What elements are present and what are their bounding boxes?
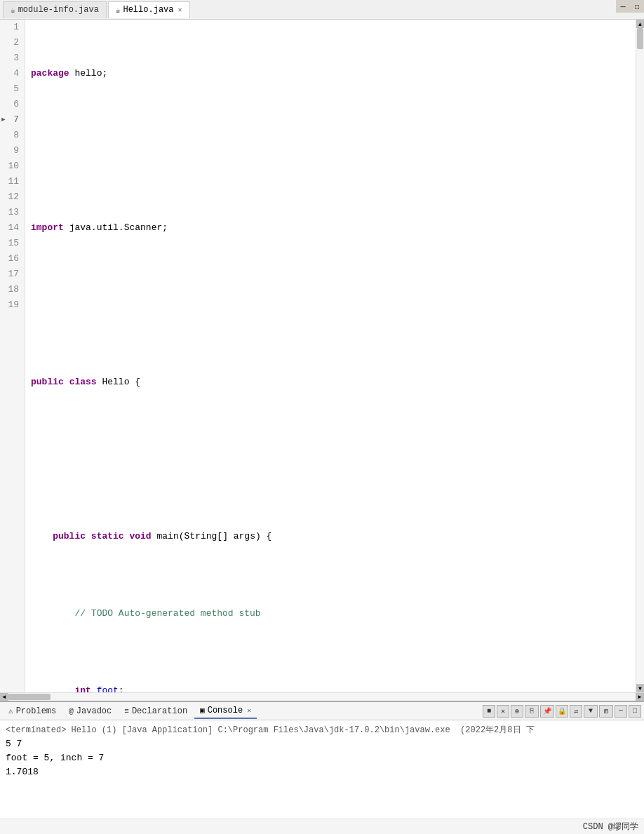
tab-console-label: Console bbox=[208, 706, 243, 715]
tab-module-info[interactable]: ☕ module-info.java bbox=[3, 1, 107, 18]
ln-2: 2 bbox=[3, 35, 22, 51]
tab-module-info-label: module-info.java bbox=[18, 5, 99, 15]
settings-btn[interactable]: ▼ bbox=[584, 705, 598, 718]
close-console-button[interactable]: ✕ bbox=[247, 706, 251, 715]
console-terminated-line: <terminated> Hello (1) [Java Application… bbox=[6, 723, 638, 737]
ln-14: 14 bbox=[3, 220, 22, 236]
maximize-panel-btn[interactable]: □ bbox=[629, 705, 641, 718]
ln-8: 8 bbox=[3, 128, 22, 143]
code-line-3: import java.util.Scanner; bbox=[31, 220, 630, 236]
scroll-down-button[interactable]: ▼ bbox=[636, 684, 645, 692]
ln-12: 12 bbox=[3, 189, 22, 205]
tab-declaration-label: Declaration bbox=[132, 706, 187, 716]
ln-11: 11 bbox=[3, 174, 22, 189]
console-output-line1: foot = 5, inch = 7 bbox=[6, 751, 638, 765]
ln-13: 13 bbox=[3, 205, 22, 220]
word-wrap-btn[interactable]: ⇌ bbox=[570, 705, 582, 718]
javadoc-icon: @ bbox=[69, 707, 74, 715]
scroll-left-button[interactable]: ◄ bbox=[0, 693, 8, 701]
code-line-6 bbox=[31, 452, 630, 467]
vertical-scrollbar[interactable]: ▲ ▼ bbox=[636, 20, 644, 692]
code-line-7: public static void main(String[] args) { bbox=[31, 529, 630, 544]
ln-4: 4 bbox=[3, 66, 22, 81]
code-line-5: public class Hello { bbox=[31, 375, 630, 390]
tab-declaration[interactable]: ≡ Declaration bbox=[119, 704, 193, 719]
code-line-1: package hello; bbox=[31, 66, 630, 81]
bottom-panel: ⚠ Problems @ Javadoc ≡ Declaration ▣ Con… bbox=[0, 701, 644, 834]
ln-7: 7 bbox=[3, 112, 22, 128]
console-input-line: 5 7 bbox=[6, 737, 638, 751]
scroll-up-button[interactable]: ▲ bbox=[636, 20, 645, 28]
code-line-2 bbox=[31, 143, 630, 159]
ln-10: 10 bbox=[3, 159, 22, 174]
bottom-status: CSDN @缪同学 bbox=[0, 819, 644, 834]
tab-hello[interactable]: ☕ Hello.java ✕ bbox=[108, 1, 190, 18]
editor-area: 1 2 3 4 5 6 7 8 9 10 11 12 13 14 15 16 1 bbox=[0, 20, 644, 692]
scroll-lock-btn[interactable]: 🔒 bbox=[556, 705, 568, 718]
problems-icon: ⚠ bbox=[8, 706, 13, 715]
minimize-button[interactable]: ─ bbox=[616, 0, 630, 13]
console-icon: ▣ bbox=[200, 706, 205, 715]
bottom-tab-bar: ⚠ Problems @ Javadoc ≡ Declaration ▣ Con… bbox=[0, 702, 644, 720]
ln-16: 16 bbox=[3, 251, 22, 267]
module-info-icon: ☕ bbox=[11, 6, 15, 15]
scroll-thumb-vertical[interactable] bbox=[637, 28, 643, 49]
ln-6: 6 bbox=[3, 97, 22, 112]
remove-btn[interactable]: ✕ bbox=[497, 705, 509, 718]
ln-17: 17 bbox=[3, 267, 22, 282]
ln-9: 9 bbox=[3, 143, 22, 159]
close-tab-button[interactable]: ✕ bbox=[177, 6, 182, 14]
minimize-panel-btn[interactable]: ─ bbox=[615, 705, 627, 718]
stop-btn[interactable]: ■ bbox=[483, 705, 495, 718]
scroll-track-horizontal[interactable] bbox=[8, 693, 636, 701]
code-line-8: // TODO Auto-generated method stub bbox=[31, 606, 630, 621]
view-menu-btn[interactable]: ⊞ bbox=[599, 705, 613, 718]
console-output-line2: 1.7018 bbox=[6, 765, 638, 779]
tab-hello-label: Hello.java bbox=[123, 5, 173, 15]
ln-3: 3 bbox=[3, 51, 22, 66]
window-controls: ─ □ bbox=[616, 0, 644, 14]
ln-15: 15 bbox=[3, 236, 22, 251]
ln-19: 19 bbox=[3, 297, 22, 313]
scroll-track-vertical[interactable] bbox=[636, 28, 644, 684]
horizontal-scrollbar[interactable]: ◄ ► bbox=[0, 692, 644, 701]
tab-console[interactable]: ▣ Console ✕ bbox=[194, 704, 257, 719]
tab-problems-label: Problems bbox=[16, 706, 57, 716]
tab-javadoc[interactable]: @ Javadoc bbox=[63, 704, 117, 719]
restore-button[interactable]: □ bbox=[630, 0, 644, 13]
ln-5: 5 bbox=[3, 81, 22, 97]
copy-btn[interactable]: ⎘ bbox=[525, 705, 539, 718]
hello-icon: ☕ bbox=[116, 6, 121, 15]
tab-problems[interactable]: ⚠ Problems bbox=[3, 704, 62, 719]
tab-javadoc-label: Javadoc bbox=[76, 706, 112, 716]
code-container: 1 2 3 4 5 6 7 8 9 10 11 12 13 14 15 16 1 bbox=[0, 20, 636, 692]
code-editor[interactable]: package hello; import java.util.Scanner;… bbox=[25, 20, 636, 692]
scroll-right-button[interactable]: ► bbox=[636, 693, 644, 701]
branding-label: CSDN @缪同学 bbox=[583, 821, 638, 833]
editor-content[interactable]: 1 2 3 4 5 6 7 8 9 10 11 12 13 14 15 16 1 bbox=[0, 20, 636, 692]
tab-bar: ☕ module-info.java ☕ Hello.java ✕ bbox=[0, 0, 644, 20]
scroll-thumb-horizontal[interactable] bbox=[8, 694, 51, 700]
line-numbers: 1 2 3 4 5 6 7 8 9 10 11 12 13 14 15 16 1 bbox=[0, 20, 25, 692]
ln-1: 1 bbox=[3, 20, 22, 35]
pin-btn[interactable]: 📌 bbox=[540, 705, 554, 718]
code-line-9: int foot; bbox=[31, 683, 630, 692]
remove-all-btn[interactable]: ⊗ bbox=[511, 705, 523, 718]
console-output: <terminated> Hello (1) [Java Application… bbox=[0, 720, 644, 819]
code-line-4 bbox=[31, 297, 630, 313]
declaration-icon: ≡ bbox=[124, 707, 129, 715]
ln-18: 18 bbox=[3, 282, 22, 297]
